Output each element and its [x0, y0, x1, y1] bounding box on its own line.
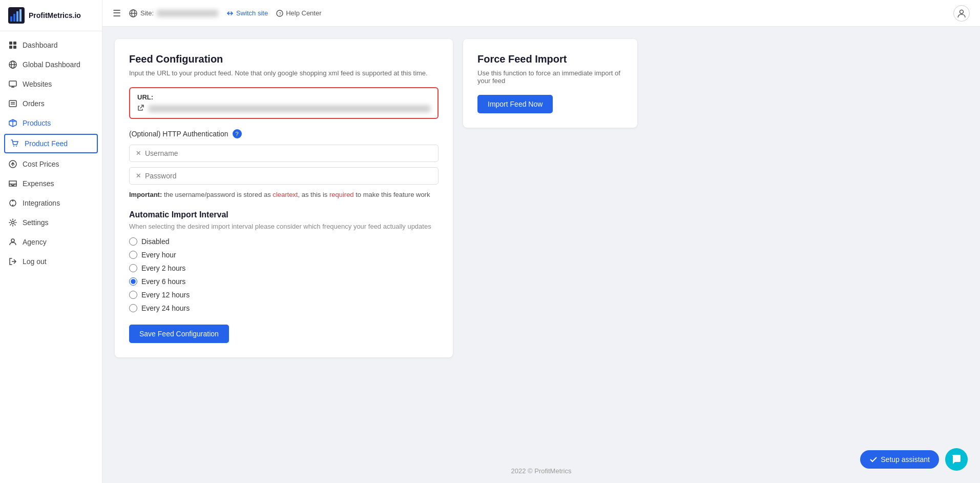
sidebar-item-dashboard[interactable]: Dashboard — [0, 35, 102, 55]
sidebar-item-dashboard-label: Dashboard — [23, 41, 58, 49]
radio-disabled-input[interactable] — [129, 237, 137, 246]
sidebar-item-orders[interactable]: Orders — [0, 94, 102, 113]
radio-every-6h-input[interactable] — [129, 277, 137, 286]
sidebar-item-websites-label: Websites — [23, 80, 52, 88]
svg-point-29 — [11, 239, 14, 242]
topbar: ☰ Site: Switch site ? Help Center — [102, 0, 980, 27]
username-field[interactable]: ✕ — [129, 145, 439, 162]
password-field[interactable]: ✕ — [129, 167, 439, 185]
http-auth-section-label: (Optional) HTTP Authentication ? — [129, 129, 439, 138]
site-label: Site: — [140, 9, 154, 17]
radio-every-hour[interactable]: Every hour — [129, 251, 439, 259]
svg-rect-7 — [9, 46, 12, 49]
svg-rect-8 — [13, 46, 16, 49]
chat-button[interactable] — [945, 448, 968, 471]
sidebar-item-settings[interactable]: Settings — [0, 213, 102, 232]
globe-icon — [8, 60, 17, 69]
radio-every-12h[interactable]: Every 12 hours — [129, 291, 439, 299]
url-box: URL: — [129, 87, 439, 119]
radio-every-6h[interactable]: Every 6 hours — [129, 277, 439, 286]
force-feed-import-card: Force Feed Import Use this function to f… — [463, 39, 637, 128]
save-feed-config-button[interactable]: Save Feed Configuration — [129, 325, 229, 343]
site-name-blurred — [157, 10, 218, 17]
username-input[interactable] — [145, 149, 432, 157]
inbox-icon — [8, 179, 17, 188]
sidebar-item-product-feed[interactable]: Product Feed — [4, 134, 98, 153]
svg-rect-12 — [9, 81, 16, 86]
sidebar-item-cost-prices-label: Cost Prices — [23, 160, 59, 168]
password-clear-icon[interactable]: ✕ — [136, 172, 141, 179]
setup-assistant-button[interactable]: Setup assistant — [860, 450, 939, 469]
sidebar-item-orders-label: Orders — [23, 99, 45, 108]
radio-every-2h-label: Every 2 hours — [141, 264, 185, 272]
svg-rect-6 — [13, 42, 16, 45]
http-auth-help-badge[interactable]: ? — [233, 129, 242, 138]
radio-every-2h-input[interactable] — [129, 264, 137, 272]
sidebar-item-websites[interactable]: Websites — [0, 74, 102, 94]
switch-site-label: Switch site — [236, 9, 268, 17]
logo-text: ProfitMetrics.io — [29, 11, 81, 19]
logo-icon — [8, 7, 25, 24]
footer: 2022 © ProfitMetrics — [102, 459, 980, 483]
force-feed-title: Force Feed Import — [477, 53, 623, 65]
upload-icon — [8, 159, 17, 169]
force-feed-subtitle: Use this function to force an immediate … — [477, 69, 623, 85]
sidebar-item-product-feed-label: Product Feed — [25, 139, 68, 148]
radio-every-12h-label: Every 12 hours — [141, 291, 190, 299]
cart-icon — [10, 139, 19, 148]
footer-text: 2022 © ProfitMetrics — [511, 467, 572, 475]
menu-icon[interactable]: ☰ — [113, 8, 121, 19]
sidebar-item-log-out-label: Log out — [23, 257, 47, 266]
username-clear-icon[interactable]: ✕ — [136, 150, 141, 157]
switch-site-button[interactable]: Switch site — [226, 9, 268, 17]
help-center-button[interactable]: ? Help Center — [276, 9, 321, 17]
svg-rect-4 — [19, 9, 22, 22]
radio-every-hour-label: Every hour — [141, 251, 176, 259]
password-input[interactable] — [145, 172, 432, 180]
radio-every-12h-input[interactable] — [129, 291, 137, 299]
user-avatar[interactable] — [953, 5, 970, 22]
sidebar-item-log-out[interactable]: Log out — [0, 252, 102, 271]
sidebar-item-cost-prices[interactable]: Cost Prices — [0, 154, 102, 174]
svg-point-36 — [960, 10, 964, 13]
checkmark-icon — [869, 455, 878, 464]
sidebar-item-integrations[interactable]: Integrations — [0, 193, 102, 213]
gear-icon — [8, 218, 17, 227]
plug-icon — [8, 198, 17, 208]
logout-icon — [8, 257, 17, 266]
feed-config-title: Feed Configuration — [129, 53, 439, 65]
radio-disabled[interactable]: Disabled — [129, 237, 439, 246]
important-note: Important: the username/password is stor… — [129, 190, 439, 200]
sidebar-item-expenses-label: Expenses — [23, 179, 54, 188]
radio-every-24h[interactable]: Every 24 hours — [129, 304, 439, 312]
interval-hint: When selecting the desired import interv… — [129, 223, 439, 230]
important-label: Important: — [129, 191, 162, 198]
radio-every-24h-label: Every 24 hours — [141, 304, 190, 312]
help-icon: ? — [276, 10, 283, 17]
sidebar-item-products[interactable]: Products — [0, 113, 102, 133]
person-icon — [8, 237, 17, 247]
import-feed-now-button[interactable]: Import Feed Now — [477, 95, 553, 113]
radio-disabled-label: Disabled — [141, 237, 169, 246]
radio-every-2h[interactable]: Every 2 hours — [129, 264, 439, 272]
svg-rect-24 — [9, 181, 16, 184]
bottom-right-buttons: Setup assistant — [860, 448, 968, 471]
sidebar-item-expenses[interactable]: Expenses — [0, 174, 102, 193]
sidebar-item-products-label: Products — [23, 119, 51, 127]
interval-title: Automatic Import Interval — [129, 210, 439, 219]
box-icon — [8, 118, 17, 128]
http-auth-label: (Optional) HTTP Authentication — [129, 130, 228, 138]
svg-point-20 — [13, 146, 14, 147]
sidebar-logo: ProfitMetrics.io — [0, 0, 102, 31]
sidebar-item-agency[interactable]: Agency — [0, 232, 102, 252]
sidebar-item-global-dashboard[interactable]: Global Dashboard — [0, 55, 102, 74]
radio-every-hour-input[interactable] — [129, 251, 137, 259]
radio-every-24h-input[interactable] — [129, 304, 137, 312]
svg-rect-15 — [9, 100, 16, 107]
svg-rect-2 — [13, 14, 15, 22]
help-center-label: Help Center — [286, 9, 321, 17]
switch-icon — [226, 10, 234, 17]
svg-text:?: ? — [279, 11, 281, 16]
external-link-icon[interactable] — [137, 104, 144, 113]
feed-configuration-card: Feed Configuration Input the URL to your… — [115, 39, 453, 357]
